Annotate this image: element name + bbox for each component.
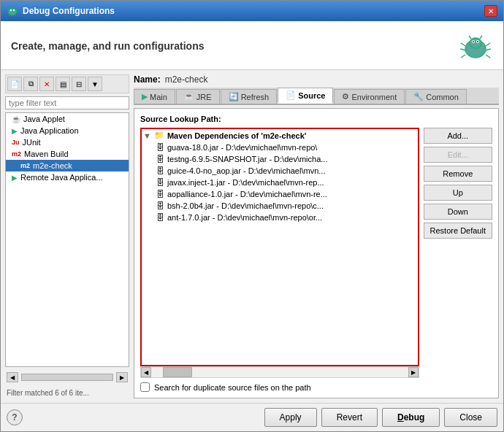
maven-build-icon: m2 [12,150,21,158]
dialog-header-title: Create, manage, and run configurations [11,40,205,52]
source-list-item[interactable]: 🗄 bsh-2.0b4.jar - D:\dev\michael\mvn-rep… [142,200,418,212]
source-parent-item[interactable]: ▼ 📁 Maven Dependencies of 'm2e-check' [142,129,418,142]
sidebar-item-junit[interactable]: Ju JUnit [6,136,129,148]
sidebar-item-java-application[interactable]: ▶ Java Application [6,125,129,136]
source-list-container: ▼ 📁 Maven Dependencies of 'm2e-check' 🗄 … [140,128,419,378]
tab-main[interactable]: ▶ Main [134,89,175,104]
item-label: guice-4.0-no_aop.jar - D:\dev\michael\mv… [167,166,325,175]
sidebar-item-remote-java[interactable]: ▶ Remote Java Applica... [6,171,129,183]
sidebar-tree: ☕ Java Applet ▶ Java Application Ju JUni… [5,112,129,367]
duplicate-source-checkbox[interactable] [140,382,150,392]
source-list-item[interactable]: 🗄 javax.inject-1.jar - D:\dev\michael\mv… [142,177,418,188]
dialog-header: Create, manage, and run configurations [1,21,503,70]
jar-icon: 🗄 [156,143,164,152]
tab-main-label: Main [150,93,167,101]
title-bar: Debug Configurations ✕ [1,1,503,21]
bottom-buttons: ? Apply Revert Debug Close [1,403,503,431]
svg-line-22 [480,36,482,39]
sidebar-item-label: m2e-check [33,161,72,170]
item-label: ant-1.7.0.jar - D:\dev\michael\mvn-repo\… [167,213,322,222]
tab-jre-label: JRE [196,93,212,101]
revert-button[interactable]: Revert [321,408,378,427]
parent-item-label: Maven Dependencies of 'm2e-check' [167,131,306,140]
sidebar-filter-status: Filter matched 6 of 6 ite... [5,387,129,398]
remove-button[interactable]: Remove [424,166,492,182]
tab-jre[interactable]: ☕ JRE [176,89,220,104]
tab-refresh[interactable]: 🔄 Refresh [221,89,278,104]
tab-common[interactable]: 🔧 Common [405,89,467,104]
sidebar-scroll-left[interactable]: ◀ [7,372,18,382]
svg-line-5 [7,9,9,10]
item-label: testng-6.9.5-SNAPSHOT.jar - D:\dev\micha… [167,155,327,163]
svg-line-21 [469,36,471,39]
add-button[interactable]: Add... [424,128,492,144]
sidebar-search-input[interactable] [5,96,129,109]
new-config-button[interactable]: 📄 [7,77,22,91]
debug-configurations-dialog: Debug Configurations ✕ Create, manage, a… [0,0,504,432]
dialog-icon [7,5,18,17]
tab-environment[interactable]: ⚙ Environment [334,89,405,104]
duplicate-source-checkbox-row: Search for duplicate source files on the… [140,382,492,392]
java-applet-icon: ☕ [12,115,20,123]
tab-environment-label: Environment [351,93,397,101]
jar-icon: 🗄 [156,213,164,222]
dialog-body: 📄 ⧉ ✕ ▤ ⊟ ▼ ☕ Java Applet ▶ Java Applica… [1,70,503,403]
help-button[interactable]: ? [7,409,23,425]
source-list-item[interactable]: 🗄 aopalliance-1.0.jar - D:\dev\michael\m… [142,188,418,200]
down-button[interactable]: Down [424,204,492,220]
checkbox-label: Search for duplicate source files on the… [154,383,311,392]
jar-icon: 🗄 [156,166,164,175]
source-list-item[interactable]: 🗄 testng-6.9.5-SNAPSHOT.jar - D:\dev\mic… [142,153,418,165]
sidebar-scroll-right[interactable]: ▶ [116,372,128,382]
filter-button[interactable]: ▤ [56,77,70,91]
refresh-tab-icon: 🔄 [229,92,239,101]
sidebar-item-label: Java Applet [23,115,65,123]
jar-icon: 🗄 [156,178,164,187]
svg-line-17 [486,43,490,46]
name-row: Name: m2e-check [134,74,499,85]
collapse-button[interactable]: ⊟ [72,77,86,91]
restore-default-button[interactable]: Restore Default [424,223,492,239]
sidebar-item-label: Java Application [20,126,79,135]
source-list-item[interactable]: 🗄 guice-4.0-no_aop.jar - D:\dev\michael\… [142,165,418,177]
environment-tab-icon: ⚙ [342,92,349,101]
apply-button[interactable]: Apply [264,408,317,427]
hscrollbar[interactable]: ◀ ▶ [140,366,419,378]
sidebar-item-java-applet[interactable]: ☕ Java Applet [6,113,129,125]
source-list-item[interactable]: 🗄 guava-18.0.jar - D:\dev\michael\mvn-re… [142,142,418,153]
svg-line-20 [486,55,490,58]
bug-icon [458,28,493,63]
name-label: Name: [134,74,161,85]
name-value: m2e-check [165,74,208,85]
duplicate-button[interactable]: ⧉ [23,77,38,91]
item-label: javax.inject-1.jar - D:\dev\michael\mvn-… [167,178,324,187]
svg-line-6 [16,9,18,10]
jar-icon: 🗄 [156,190,164,198]
sidebar-item-label: Maven Build [24,150,69,158]
m2e-check-icon: m2 [20,162,30,169]
item-label: bsh-2.0b4.jar - D:\dev\michael\mvn-repo\… [167,201,324,210]
edit-button[interactable]: Edit... [424,147,492,163]
sidebar-item-maven-build[interactable]: m2 Maven Build [6,148,129,160]
dropdown-button[interactable]: ▼ [88,77,102,91]
source-tab-icon: 📄 [286,90,296,100]
hscroll-left[interactable]: ◀ [141,367,151,377]
close-dialog-button[interactable]: Close [444,408,497,427]
tab-common-label: Common [426,93,459,101]
source-lookup-label: Source Lookup Path: [140,115,492,123]
up-button[interactable]: Up [424,185,492,201]
close-button[interactable]: ✕ [484,5,497,17]
tab-source-label: Source [298,91,325,100]
hscroll-right[interactable]: ▶ [408,367,419,377]
tab-source[interactable]: 📄 Source [278,88,333,104]
hscroll-thumb[interactable] [163,367,192,377]
sidebar-item-m2e-check[interactable]: m2 m2e-check [6,160,129,171]
item-label: guava-18.0.jar - D:\dev\michael\mvn-repo… [167,143,317,152]
source-list[interactable]: ▼ 📁 Maven Dependencies of 'm2e-check' 🗄 … [140,128,419,366]
delete-button[interactable]: ✕ [39,77,54,91]
sidebar-item-label: Remote Java Applica... [20,173,103,182]
sidebar: 📄 ⧉ ✕ ▤ ⊟ ▼ ☕ Java Applet ▶ Java Applica… [5,74,129,398]
bottom-left: ? [7,409,23,425]
source-list-item[interactable]: 🗄 ant-1.7.0.jar - D:\dev\michael\mvn-rep… [142,212,418,223]
debug-button[interactable]: Debug [382,408,440,427]
